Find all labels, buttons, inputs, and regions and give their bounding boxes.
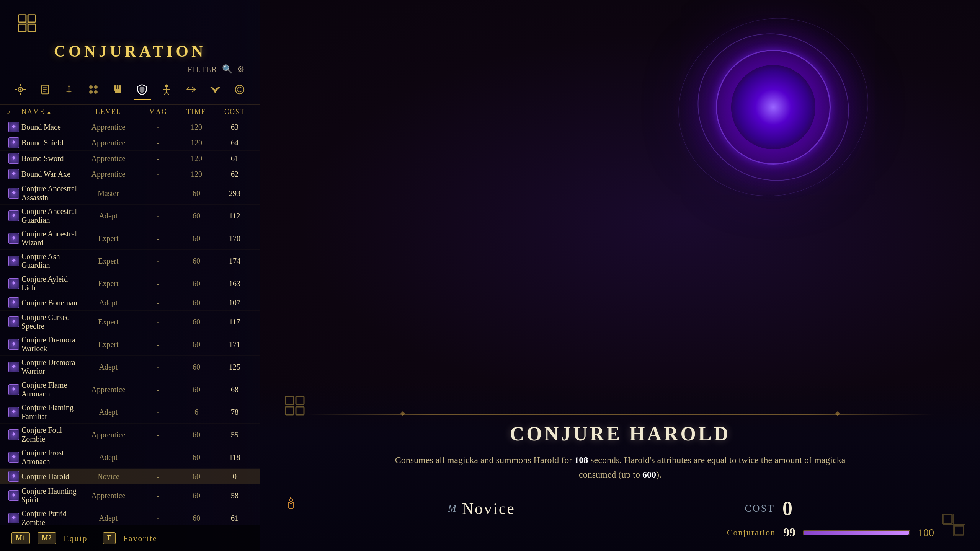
- spell-row[interactable]: Conjure Ancestral Wizard Expert - 60 170: [0, 227, 260, 250]
- spell-name: Bound War Axe: [21, 170, 78, 179]
- detail-divider: [306, 414, 934, 415]
- category-hand[interactable]: [109, 80, 127, 100]
- left-panel: CONJURATION FILTER 🔍 ⚙: [0, 0, 260, 551]
- spell-icon-cell: [6, 122, 21, 132]
- category-settings[interactable]: [11, 80, 29, 100]
- spell-row[interactable]: Conjure Haunting Spirit Apprentice - 60 …: [0, 484, 260, 507]
- category-bird[interactable]: [207, 80, 224, 100]
- svg-point-22: [94, 90, 98, 94]
- spell-row[interactable]: Bound Shield Apprentice - 120 64: [0, 135, 260, 151]
- spell-time: 6: [177, 408, 216, 417]
- col-cost[interactable]: COST: [216, 108, 254, 116]
- spell-name: Conjure Flaming Familiar: [21, 403, 78, 421]
- spell-row[interactable]: Conjure Ayleid Lich Expert - 60 163: [0, 272, 260, 295]
- spell-icon-cell: [6, 210, 21, 221]
- spell-row[interactable]: Bound War Axe Apprentice - 120 62: [0, 166, 260, 182]
- spell-name: Conjure Dremora Warlock: [21, 336, 78, 353]
- svg-rect-39: [296, 407, 304, 415]
- spell-mag: -: [139, 491, 177, 500]
- spell-school-icon: [8, 137, 19, 148]
- spell-row[interactable]: Conjure Dremora Warrior Adept - 60 125: [0, 356, 260, 378]
- spell-row[interactable]: Conjure Ancestral Assassin Master - 60 2…: [0, 182, 260, 205]
- spell-name: Conjure Flame Atronach: [21, 381, 78, 398]
- spell-name: Conjure Boneman: [21, 298, 78, 307]
- spell-mag: -: [139, 189, 177, 198]
- key-m2[interactable]: M2: [38, 532, 56, 544]
- spell-cost: 125: [216, 363, 254, 372]
- category-circle-shield[interactable]: [231, 80, 248, 100]
- spell-cost: 0: [216, 472, 254, 481]
- spell-time: 60: [177, 430, 216, 439]
- col-name[interactable]: NAME▲: [21, 108, 78, 116]
- category-sword[interactable]: [60, 80, 78, 100]
- spell-time: 60: [177, 514, 216, 523]
- category-figure[interactable]: [158, 80, 175, 100]
- svg-rect-38: [286, 407, 294, 415]
- spell-icon-cell: [6, 137, 21, 148]
- spell-row[interactable]: Bound Sword Apprentice - 120 61: [0, 151, 260, 166]
- category-conjure[interactable]: [85, 80, 102, 100]
- svg-rect-37: [296, 396, 304, 404]
- spell-time: 60: [177, 472, 216, 481]
- spell-school-icon: [8, 490, 19, 501]
- spell-row[interactable]: Conjure Frost Atronach Adept - 60 118: [0, 446, 260, 469]
- spell-cost: 293: [216, 189, 254, 198]
- spell-row[interactable]: Conjure Ancestral Guardian Adept - 60 11…: [0, 205, 260, 227]
- spell-school-icon: [8, 513, 19, 523]
- spell-school-icon: [8, 316, 19, 327]
- spell-mag: -: [139, 154, 177, 163]
- category-arrows[interactable]: [182, 80, 200, 100]
- spell-level: Expert: [78, 279, 139, 288]
- col-time[interactable]: TIME: [177, 108, 216, 116]
- spell-name: Conjure Haunting Spirit: [21, 487, 78, 504]
- spell-level: Adept: [78, 363, 139, 372]
- spell-mag: -: [139, 170, 177, 179]
- spell-row[interactable]: Conjure Cursed Spectre Expert - 60 117: [0, 311, 260, 333]
- spell-mag: -: [139, 514, 177, 523]
- desc-part1: Consumes all magicka and summons Harold …: [395, 455, 575, 465]
- spell-mag: -: [139, 257, 177, 266]
- spell-time: 120: [177, 170, 216, 179]
- spell-row[interactable]: Bound Mace Apprentice - 120 63: [0, 119, 260, 135]
- svg-rect-9: [20, 93, 21, 95]
- detail-cost-group: COST 0: [745, 497, 792, 520]
- filter-settings-icon[interactable]: ⚙: [237, 64, 245, 74]
- spell-level: Apprentice: [78, 385, 139, 394]
- desc-highlight1: 108: [574, 455, 588, 465]
- spell-level: Adept: [78, 514, 139, 523]
- spell-time: 60: [177, 298, 216, 307]
- spell-level: Expert: [78, 234, 139, 243]
- col-level[interactable]: LEVEL: [78, 108, 139, 116]
- spell-name: Bound Mace: [21, 123, 78, 132]
- spell-row[interactable]: Conjure Flame Atronach Apprentice - 60 6…: [0, 378, 260, 401]
- candle-icon: 🕯: [283, 495, 299, 513]
- spell-cost: 62: [216, 170, 254, 179]
- spell-time: 60: [177, 385, 216, 394]
- spell-row[interactable]: Conjure Dremora Warlock Expert - 60 171: [0, 333, 260, 356]
- category-shield-active[interactable]: [134, 80, 151, 100]
- spell-row[interactable]: Conjure Flaming Familiar Adept - 6 78: [0, 401, 260, 424]
- col-mag[interactable]: MAG: [139, 108, 177, 116]
- skill-bar-fill: [804, 531, 909, 535]
- spell-icon-cell: [6, 384, 21, 395]
- svg-line-30: [164, 92, 167, 95]
- svg-rect-2: [18, 24, 26, 31]
- svg-point-21: [89, 90, 93, 94]
- category-scroll[interactable]: [36, 80, 54, 100]
- spell-row[interactable]: Conjure Boneman Adept - 60 107: [0, 295, 260, 311]
- filter-search-icon[interactable]: 🔍: [222, 64, 232, 74]
- spell-row[interactable]: Conjure Harold Novice - 60 0: [0, 469, 260, 484]
- spell-row[interactable]: Conjure Foul Zombie Apprentice - 60 55: [0, 424, 260, 446]
- spell-school-icon: [8, 407, 19, 417]
- spell-name: Conjure Harold: [21, 472, 78, 481]
- spell-school-icon: [8, 384, 19, 395]
- skill-bar: [803, 530, 910, 535]
- key-f[interactable]: F: [103, 532, 116, 544]
- spell-icon-cell: [6, 407, 21, 417]
- spell-level: Apprentice: [78, 491, 139, 500]
- spell-row[interactable]: Conjure Ash Guardian Expert - 60 174: [0, 250, 260, 272]
- spell-time: 60: [177, 363, 216, 372]
- spell-row[interactable]: Conjure Putrid Zombie Adept - 60 61: [0, 507, 260, 525]
- key-m1[interactable]: M1: [11, 532, 30, 544]
- detail-logo-icon: [283, 394, 306, 421]
